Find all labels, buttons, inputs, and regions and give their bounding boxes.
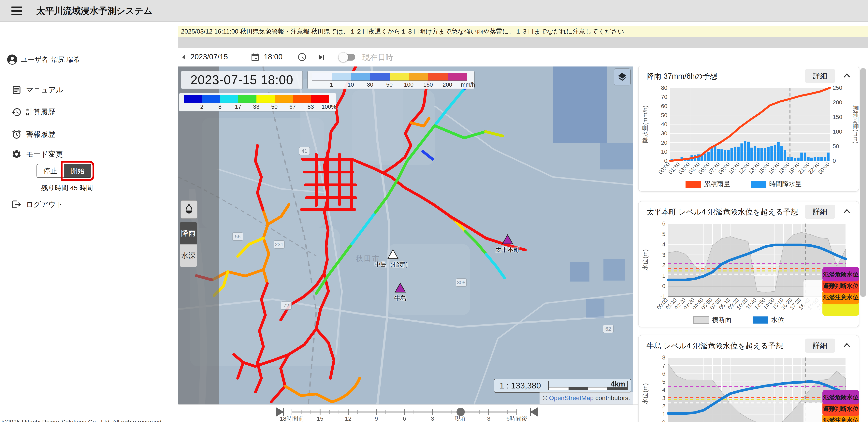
taiheihonmachi-level-card: 太平本町 レベル4 氾濫危険水位を超える予想 詳細 -1012345600:00… <box>638 201 859 327</box>
station-marker-ushijima[interactable]: 牛島 <box>394 282 406 302</box>
sidebar-item-label: マニュアル <box>26 85 63 95</box>
collapse-chevron-icon[interactable] <box>842 207 851 216</box>
legend-tick-label: 50 <box>386 82 393 88</box>
document-icon <box>11 85 22 95</box>
svg-text:07:30: 07:30 <box>707 161 721 175</box>
sidebar: ユーザ名 沼尻 瑞希 マニュアル 計算履歴 警報履歴 モード変更 停止 開始 残… <box>0 22 178 422</box>
layer-tab-rainfall[interactable]: 降雨 <box>180 222 197 244</box>
svg-text:21:00: 21:00 <box>797 161 811 175</box>
svg-text:6: 6 <box>662 370 665 377</box>
scale-ratio: 1 : 133,380 <box>494 381 541 390</box>
prev-step-icon[interactable] <box>179 53 188 62</box>
user-label: ユーザ名 <box>21 55 48 64</box>
svg-text:6: 6 <box>662 221 665 227</box>
user-name: 沼尻 瑞希 <box>51 55 80 64</box>
layers-button[interactable] <box>614 68 631 85</box>
svg-text:0: 0 <box>662 419 665 422</box>
clock-icon[interactable] <box>297 52 307 62</box>
svg-text:30: 30 <box>661 130 668 137</box>
copyright-text: ©2025 Hitachi Power Solutions Co., Ltd. … <box>2 419 163 422</box>
layer-tab-depth[interactable]: 水深 <box>180 244 197 267</box>
svg-text:18:00: 18:00 <box>777 161 791 175</box>
svg-text:10: 10 <box>661 149 668 155</box>
station-marker-taiheihonmachi[interactable]: 太平本町 <box>495 234 520 254</box>
sidebar-item-alarm-history[interactable]: 警報履歴 <box>11 129 55 140</box>
panel-scrollbar[interactable] <box>860 68 866 297</box>
svg-text:5: 5 <box>662 379 665 385</box>
layer-tab-label: 水深 <box>181 251 196 260</box>
svg-text:200: 200 <box>833 99 842 106</box>
station-marker-nakajima[interactable]: 中島（指定） <box>375 249 411 269</box>
rainfall-legend: 1103050100150200mm/h <box>307 71 475 89</box>
svg-text:氾濫危険水位: 氾濫危険水位 <box>823 394 859 400</box>
remaining-time: 残り時間 45 時間 <box>32 183 102 192</box>
alarm-icon <box>11 129 22 140</box>
mode-button-group: 停止 開始 <box>36 164 91 178</box>
rainfall-legend-swatches <box>312 73 467 81</box>
svg-text:氾濫注意水位: 氾濫注意水位 <box>823 417 859 422</box>
sidebar-item-label: 警報履歴 <box>26 129 55 139</box>
marker-label: 牛島 <box>394 294 406 302</box>
time-input[interactable]: 18:00 <box>262 51 307 63</box>
svg-text:1: 1 <box>662 411 665 418</box>
detail-button[interactable]: 詳細 <box>805 205 835 219</box>
start-button[interactable]: 開始 <box>64 164 91 178</box>
sidebar-item-label: ログアウト <box>26 200 63 209</box>
svg-text:10:30: 10:30 <box>727 161 741 175</box>
svg-text:13:30: 13:30 <box>747 161 761 175</box>
triangle-marker-icon <box>387 249 399 259</box>
date-value: 2023/07/15 <box>189 53 228 61</box>
svg-text:70: 70 <box>661 94 668 100</box>
svg-text:308: 308 <box>457 279 465 285</box>
svg-text:避難判断水位: 避難判断水位 <box>823 405 859 412</box>
card-header: 太平本町 レベル4 氾濫危険水位を超える予想 詳細 <box>639 202 859 221</box>
sidebar-item-logout[interactable]: ログアウト <box>11 199 63 210</box>
current-datetime-toggle[interactable] <box>338 53 356 62</box>
svg-text:150: 150 <box>833 114 842 120</box>
sidebar-item-mode-change[interactable]: モード変更 <box>11 149 63 159</box>
history-icon <box>11 107 22 117</box>
svg-text:3: 3 <box>431 415 434 422</box>
weather-alert-banner: 2025/03/12 16:11:00 秋田県気象警報・注意報 秋田県では、１２… <box>178 26 868 37</box>
svg-text:2: 2 <box>662 403 665 410</box>
map-attribution: © OpenStreetMap contributors. <box>539 392 633 404</box>
collapse-chevron-icon[interactable] <box>842 71 851 81</box>
svg-text:12: 12 <box>345 415 351 422</box>
droplet-icon <box>184 204 194 215</box>
probability-legend: 281733506783100% <box>179 93 336 112</box>
svg-text:15: 15 <box>317 415 323 422</box>
calendar-icon[interactable] <box>250 52 260 62</box>
openstreetmap-link[interactable]: OpenStreetMap <box>549 394 594 401</box>
collapse-chevron-icon[interactable] <box>842 341 851 351</box>
skip-next-icon[interactable] <box>317 52 327 62</box>
detail-button[interactable]: 詳細 <box>805 69 835 83</box>
svg-text:1: 1 <box>662 272 665 279</box>
flood-map[interactable]: 41231567262308 2023-07-15 18:00 11030501… <box>178 66 633 404</box>
svg-text:3: 3 <box>662 395 665 401</box>
svg-text:水位: 水位 <box>771 316 784 323</box>
map-canvas: 41231567262308 <box>178 66 633 404</box>
svg-text:16:30: 16:30 <box>767 161 781 175</box>
sidebar-item-label: モード変更 <box>26 149 63 159</box>
legend-tick-label: 10 <box>348 82 354 88</box>
card-title: 牛島 レベル4 氾濫危険水位を超える予想 <box>647 341 783 351</box>
date-input[interactable]: 2023/07/15 <box>189 51 260 63</box>
menu-icon[interactable] <box>11 6 22 16</box>
detail-button[interactable]: 詳細 <box>805 338 835 353</box>
legend-tick-label: 17 <box>235 103 241 110</box>
svg-text:100: 100 <box>833 128 842 135</box>
triangle-marker-icon <box>395 282 406 293</box>
time-slider[interactable]: 18時間前1512963現在36時間後 <box>178 405 639 422</box>
sidebar-item-manual[interactable]: マニュアル <box>11 85 63 95</box>
svg-text:22:30: 22:30 <box>807 161 821 175</box>
svg-text:3: 3 <box>487 415 490 422</box>
rainfall-chart: 0102030405060708005010015020025000:0001:… <box>639 85 859 191</box>
water-drop-button[interactable] <box>181 200 197 219</box>
stop-button[interactable]: 停止 <box>36 164 64 178</box>
slider-handle[interactable] <box>457 408 465 416</box>
svg-text:18時間前: 18時間前 <box>280 415 304 422</box>
svg-text:19:30: 19:30 <box>787 161 801 175</box>
svg-text:06:00: 06:00 <box>697 161 711 175</box>
sidebar-item-calc-history[interactable]: 計算履歴 <box>11 107 55 117</box>
svg-text:6時間後: 6時間後 <box>506 415 528 422</box>
